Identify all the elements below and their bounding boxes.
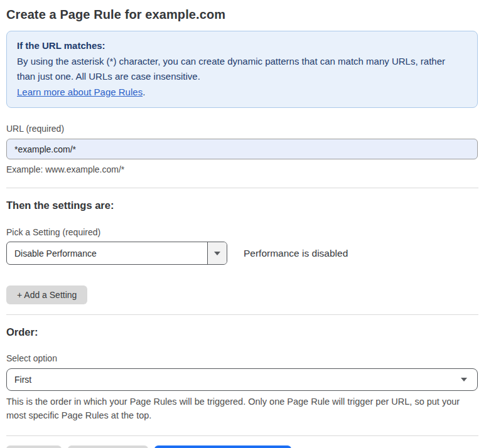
setting-select[interactable]: Disable Performance [6, 242, 227, 265]
setting-select-value: Disable Performance [7, 242, 207, 264]
setting-picker-row: Disable Performance Performance is disab… [6, 242, 478, 265]
footer-actions: Cancel Save as Draft Save and Deploy Pag… [6, 445, 478, 448]
cancel-button[interactable]: Cancel [6, 445, 62, 448]
page-rule-form: Create a Page Rule for example.com If th… [0, 0, 496, 448]
url-matches-info-box: If the URL matches: By using the asteris… [6, 31, 478, 108]
order-select-value: First [14, 375, 31, 385]
section-divider [6, 314, 478, 315]
order-select-label: Select option [6, 353, 478, 363]
url-field-label: URL (required) [6, 124, 478, 134]
order-section-heading: Order: [6, 326, 478, 338]
url-example-hint: Example: www.example.com/* [6, 164, 478, 174]
footer-divider [6, 435, 478, 436]
info-box-link-line: Learn more about Page Rules. [17, 85, 467, 100]
order-help-text: This is the order in which your Page Rul… [6, 395, 474, 422]
learn-more-link[interactable]: Learn more about Page Rules [17, 87, 143, 97]
add-setting-button[interactable]: + Add a Setting [6, 285, 87, 304]
save-as-draft-button[interactable]: Save as Draft [68, 445, 149, 448]
save-and-deploy-button[interactable]: Save and Deploy Page Rule [154, 445, 291, 448]
setting-select-arrow-button[interactable] [207, 242, 227, 264]
info-box-heading: If the URL matches: [17, 38, 467, 54]
chevron-down-icon [461, 378, 467, 381]
dropdown-arrow-icon [214, 252, 220, 255]
page-title: Create a Page Rule for example.com [6, 8, 478, 22]
info-box-body: By using the asterisk (*) character, you… [17, 54, 460, 85]
pick-setting-label: Pick a Setting (required) [6, 227, 478, 237]
section-divider [6, 188, 478, 188]
link-suffix: . [143, 87, 145, 97]
settings-section-heading: Then the settings are: [6, 200, 478, 211]
setting-status-text: Performance is disabled [244, 248, 348, 259]
order-select[interactable]: First [6, 368, 478, 391]
url-input[interactable] [6, 139, 478, 159]
